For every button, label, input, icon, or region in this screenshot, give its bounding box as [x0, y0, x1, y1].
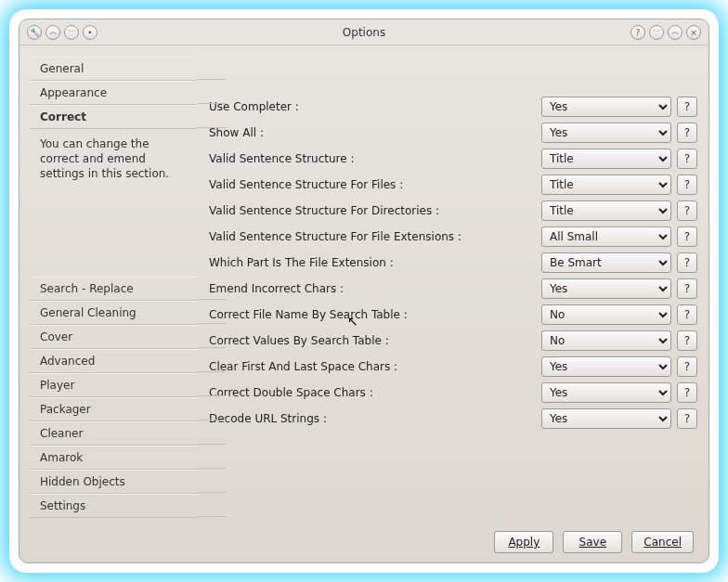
dot-icon[interactable]: •	[83, 25, 98, 40]
help-button[interactable]: ?	[677, 304, 697, 325]
help-icon[interactable]: ?	[630, 25, 645, 40]
sidebar-tab-label: Correct	[40, 110, 86, 123]
down-icon[interactable]: ﹀	[64, 25, 79, 40]
setting-select[interactable]: Yes	[541, 123, 671, 143]
setting-select[interactable]: Yes	[541, 278, 671, 299]
setting-select[interactable]: Title	[541, 200, 671, 221]
setting-row: Clear First And Last Space Chars :Yes?	[202, 354, 697, 380]
sidebar-tab-label: General	[40, 62, 84, 75]
sidebar-tab-general[interactable]: General	[31, 57, 198, 81]
titlebar: 🔧︿﹀• Options ?﹀︿×	[20, 19, 708, 45]
setting-select[interactable]: Yes	[541, 356, 671, 377]
sidebar-tab-label: Hidden Objects	[40, 475, 125, 488]
dialog-footer: Apply Save Cancel	[20, 522, 708, 563]
setting-label: Clear First And Last Space Chars :	[202, 360, 536, 373]
setting-select[interactable]: No	[541, 330, 671, 351]
setting-select[interactable]: Title	[541, 175, 671, 195]
setting-row: Decode URL Strings :Yes?	[202, 406, 697, 432]
help-button[interactable]: ?	[677, 149, 697, 169]
help-button[interactable]: ?	[677, 330, 697, 351]
setting-row: Use Completer :Yes?	[202, 94, 697, 120]
setting-row: Which Part Is The File Extension :Be Sma…	[202, 250, 697, 276]
setting-label: Valid Sentence Structure For Directories…	[202, 204, 536, 217]
sidebar-tab-label: Amarok	[40, 451, 83, 464]
help-button[interactable]: ?	[677, 252, 697, 273]
setting-row: Show All :Yes?	[202, 120, 697, 146]
sidebar-tab-label: Packager	[40, 403, 91, 416]
cancel-button[interactable]: Cancel	[631, 531, 694, 553]
sidebar-tab-general-cleaning[interactable]: General Cleaning	[31, 301, 198, 325]
sidebar-tab-correct[interactable]: Correct	[31, 105, 198, 129]
setting-row: Valid Sentence Structure For File Extens…	[202, 224, 697, 250]
up-icon[interactable]: ︿	[46, 25, 60, 40]
help-button[interactable]: ?	[677, 175, 697, 195]
setting-row: Correct Double Space Chars :Yes?	[202, 380, 697, 406]
setting-select[interactable]: Be Smart	[541, 252, 671, 273]
sidebar-tab-label: Settings	[40, 499, 85, 512]
help-button[interactable]: ?	[677, 278, 697, 299]
setting-label: Use Completer :	[202, 100, 536, 113]
help-button[interactable]: ?	[677, 123, 697, 143]
help-button[interactable]: ?	[677, 97, 697, 117]
options-window: 🔧︿﹀• Options ?﹀︿× GeneralAppearanceCorre…	[19, 19, 709, 563]
sidebar-tab-cover[interactable]: Cover	[31, 325, 198, 349]
sidebar-tab-cleaner[interactable]: Cleaner	[31, 421, 198, 446]
sidebar-tab-amarok[interactable]: Amarok	[31, 446, 198, 470]
setting-label: Emend Incorrect Chars :	[202, 282, 536, 295]
sidebar-tab-label: Appearance	[40, 86, 107, 99]
setting-label: Valid Sentence Structure For Files :	[202, 178, 536, 191]
wrench-icon[interactable]: 🔧	[27, 25, 42, 40]
sidebar-tab-hidden-objects[interactable]: Hidden Objects	[31, 470, 198, 494]
setting-row: Valid Sentence Structure For Directories…	[202, 198, 697, 224]
close-icon[interactable]: ×	[686, 25, 701, 40]
help-button[interactable]: ?	[677, 356, 697, 377]
setting-label: Correct File Name By Search Table :	[202, 308, 536, 321]
sidebar-tab-label: Cover	[40, 330, 72, 343]
setting-label: Which Part Is The File Extension :	[202, 256, 536, 269]
apply-button[interactable]: Apply	[494, 531, 553, 553]
save-button[interactable]: Save	[563, 531, 622, 553]
help-button[interactable]: ?	[677, 226, 697, 247]
help-button[interactable]: ?	[677, 200, 697, 221]
setting-row: Valid Sentence Structure :Title?	[202, 146, 697, 172]
help-button[interactable]: ?	[677, 382, 697, 403]
sidebar-tab-label: Player	[40, 379, 74, 392]
setting-label: Correct Double Space Chars :	[202, 386, 536, 399]
section-description: You can change the correct and emend set…	[31, 129, 198, 193]
setting-select[interactable]: All Small	[541, 226, 671, 247]
setting-label: Correct Values By Search Table :	[202, 334, 536, 347]
sidebar-tab-advanced[interactable]: Advanced	[31, 349, 198, 373]
setting-label: Valid Sentence Structure For File Extens…	[202, 230, 536, 243]
setting-select[interactable]: Yes	[541, 97, 671, 117]
setting-select[interactable]: Yes	[541, 408, 671, 429]
setting-row: Correct File Name By Search Table :No?	[202, 302, 697, 328]
setting-row: Emend Incorrect Chars :Yes?	[202, 276, 697, 302]
sidebar-tab-packager[interactable]: Packager	[31, 397, 198, 421]
settings-panel: Use Completer :Yes?Show All :Yes?Valid S…	[202, 57, 697, 522]
setting-label: Valid Sentence Structure :	[202, 152, 536, 165]
minimize-icon[interactable]: ﹀	[649, 25, 664, 40]
sidebar-tab-label: General Cleaning	[40, 306, 136, 319]
sidebar: GeneralAppearanceCorrect You can change …	[31, 57, 198, 522]
setting-select[interactable]: No	[541, 304, 671, 325]
setting-row: Valid Sentence Structure For Files :Titl…	[202, 172, 697, 198]
setting-label: Show All :	[202, 126, 536, 139]
sidebar-tab-player[interactable]: Player	[31, 373, 198, 397]
setting-label: Decode URL Strings :	[202, 412, 536, 425]
sidebar-tab-label: Search - Replace	[40, 282, 134, 295]
sidebar-tab-label: Cleaner	[40, 427, 83, 440]
setting-select[interactable]: Title	[541, 149, 671, 169]
sidebar-tab-settings[interactable]: Settings	[31, 494, 198, 518]
sidebar-tab-label: Advanced	[40, 355, 95, 368]
sidebar-tab-appearance[interactable]: Appearance	[31, 81, 198, 105]
setting-row: Correct Values By Search Table :No?	[202, 328, 697, 354]
help-button[interactable]: ?	[677, 408, 697, 429]
maximize-icon[interactable]: ︿	[668, 25, 682, 40]
sidebar-tab-search-replace[interactable]: Search - Replace	[31, 277, 198, 301]
setting-select[interactable]: Yes	[541, 382, 671, 403]
window-title: Options	[98, 26, 630, 39]
